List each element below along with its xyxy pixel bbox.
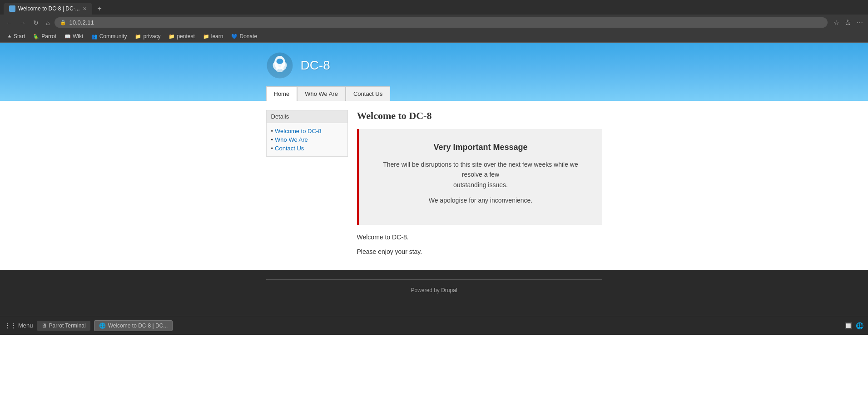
forward-button[interactable]: →	[17, 18, 28, 27]
address-text: 10.0.2.11	[69, 19, 94, 26]
site-header-inner: DC-8 Home Who We Are Contact Us	[257, 52, 611, 101]
body-text: Welcome to DC-8. Please enjoy your stay.	[357, 232, 602, 257]
sidebar-link-contact-anchor[interactable]: Contact Us	[275, 145, 304, 152]
folder-privacy-icon: 📁	[135, 34, 141, 40]
powered-by-text: Powered by	[411, 287, 439, 293]
bookmark-wiki[interactable]: 📖 Wiki	[61, 32, 87, 40]
taskbar: ⋮⋮ Menu 🖥 Parrot Terminal 🌐 Welcome to D…	[0, 316, 868, 335]
site-nav: Home Who We Are Contact Us	[266, 86, 602, 101]
sidebar-link-contact: Contact Us	[271, 144, 343, 153]
site-header: DC-8 Home Who We Are Contact Us	[0, 43, 868, 101]
menu-button[interactable]: ⋯	[855, 18, 864, 28]
address-lock-icon: 🔒	[60, 20, 66, 25]
nav-actions: ☆ ⛦ ⋯	[832, 18, 864, 28]
community-icon: 👥	[91, 34, 98, 40]
sidebar-title: Details	[267, 110, 347, 123]
tab-title: Welcome to DC-8 | DC-...	[18, 5, 80, 12]
sidebar-link-who: Who We Are	[271, 135, 343, 144]
page-heading: Welcome to DC-8	[357, 110, 602, 122]
site-footer-inner: Powered by Drupal	[257, 270, 611, 303]
terminal-icon: 🖥	[41, 323, 47, 329]
sidebar-link-welcome: Welcome to DC-8	[271, 127, 343, 135]
bookmark-start-label: Start	[14, 33, 25, 40]
nav-tab-contact-us[interactable]: Contact Us	[346, 86, 390, 101]
sidebar: Details Welcome to DC-8 Who We Are Conta…	[266, 110, 348, 261]
taskbar-browser-label: Welcome to DC-8 | DC...	[108, 323, 168, 329]
bookmark-donate[interactable]: 💙 Donate	[228, 32, 261, 40]
bookmark-start[interactable]: ★ Start	[4, 32, 29, 40]
alert-line1: There will be disruptions to this site o…	[377, 159, 584, 190]
bookmark-community[interactable]: 👥 Community	[88, 32, 131, 40]
back-button[interactable]: ←	[4, 18, 15, 27]
svg-point-2	[276, 59, 283, 64]
sidebar-links: Welcome to DC-8 Who We Are Contact Us	[267, 123, 347, 156]
website: DC-8 Home Who We Are Contact Us Details …	[0, 43, 868, 316]
svg-point-5	[276, 67, 284, 72]
nav-tab-who-we-are[interactable]: Who We Are	[297, 86, 346, 101]
bookmark-parrot[interactable]: 🦜 Parrot	[30, 32, 60, 40]
main-area: Welcome to DC-8 Very Important Message T…	[357, 110, 602, 261]
bookmark-pentest-label: pentest	[177, 33, 194, 40]
active-browser-tab[interactable]: Welcome to DC-8 | DC-... ✕	[4, 3, 92, 15]
tab-favicon	[9, 5, 15, 12]
body-line1: Welcome to DC-8.	[357, 232, 602, 242]
alert-title: Very Important Message	[377, 143, 584, 152]
tab-bar: Welcome to DC-8 | DC-... ✕ +	[0, 0, 868, 15]
taskbar-right: 🔲 🌐	[844, 322, 863, 329]
alert-body: There will be disruptions to this site o…	[377, 159, 584, 206]
taskbar-menu-label: Menu	[18, 322, 33, 329]
bookmark-learn-label: learn	[211, 33, 223, 40]
nav-tab-home[interactable]: Home	[266, 86, 298, 101]
browser-chrome: Welcome to DC-8 | DC-... ✕ + ← → ↻ ⌂ 🔒 1…	[0, 0, 868, 43]
alert-line3: We apologise for any inconvenience.	[377, 195, 584, 205]
drupal-logo	[266, 52, 293, 79]
taskbar-item-terminal[interactable]: 🖥 Parrot Terminal	[37, 321, 90, 331]
footer-divider	[266, 279, 602, 280]
sidebar-link-who-anchor[interactable]: Who We Are	[275, 136, 308, 143]
sidebar-box: Details Welcome to DC-8 Who We Are Conta…	[266, 110, 348, 157]
reload-button[interactable]: ↻	[31, 18, 41, 27]
folder-pentest-icon: 📁	[169, 34, 175, 40]
folder-learn-icon: 📁	[203, 34, 209, 40]
bookmark-privacy[interactable]: 📁 privacy	[131, 32, 164, 40]
address-bar[interactable]: 🔒 10.0.2.11	[55, 17, 828, 28]
powered-by: Powered by Drupal	[266, 287, 602, 293]
body-line2: Please enjoy your stay.	[357, 247, 602, 257]
wiki-icon: 📖	[64, 34, 71, 40]
bookmark-parrot-label: Parrot	[41, 33, 56, 40]
donate-icon: 💙	[231, 34, 238, 40]
taskbar-menu[interactable]: ⋮⋮ Menu	[5, 322, 33, 329]
alert-block: Very Important Message There will be dis…	[357, 129, 602, 225]
sidebar-link-welcome-anchor[interactable]: Welcome to DC-8	[275, 128, 321, 134]
bookmark-privacy-label: privacy	[143, 33, 160, 40]
bookmark-pentest[interactable]: 📁 pentest	[165, 32, 198, 40]
bookmark-learn[interactable]: 📁 learn	[199, 32, 227, 40]
taskbar-menu-icon: ⋮⋮	[5, 322, 16, 329]
site-title: DC-8	[301, 58, 330, 73]
site-logo-row: DC-8	[266, 52, 602, 86]
taskbar-network-icon[interactable]: 🌐	[856, 322, 863, 329]
new-tab-button[interactable]: +	[94, 3, 105, 15]
parrot-icon: 🦜	[33, 34, 40, 40]
site-footer: Powered by Drupal	[0, 270, 868, 316]
taskbar-grid-icon[interactable]: 🔲	[844, 322, 852, 329]
bookmark-community-label: Community	[99, 33, 127, 40]
nav-bar: ← → ↻ ⌂ 🔒 10.0.2.11 ☆ ⛦ ⋯	[0, 15, 868, 30]
taskbar-item-browser[interactable]: 🌐 Welcome to DC-8 | DC...	[94, 320, 173, 331]
browser-icon: 🌐	[99, 323, 106, 329]
site-content: Details Welcome to DC-8 Who We Are Conta…	[257, 101, 611, 270]
taskbar-terminal-label: Parrot Terminal	[49, 323, 86, 329]
star-icon: ★	[7, 34, 12, 40]
bookmark-donate-label: Donate	[239, 33, 257, 40]
sync-button[interactable]: ⛦	[843, 18, 853, 28]
bookmarks-bar: ★ Start 🦜 Parrot 📖 Wiki 👥 Community 📁 pr…	[0, 30, 868, 43]
tab-close-button[interactable]: ✕	[83, 6, 87, 12]
bookmark-wiki-label: Wiki	[73, 33, 83, 40]
home-button[interactable]: ⌂	[44, 18, 52, 27]
drupal-link[interactable]: Drupal	[441, 287, 457, 293]
bookmarks-button[interactable]: ☆	[832, 18, 841, 28]
